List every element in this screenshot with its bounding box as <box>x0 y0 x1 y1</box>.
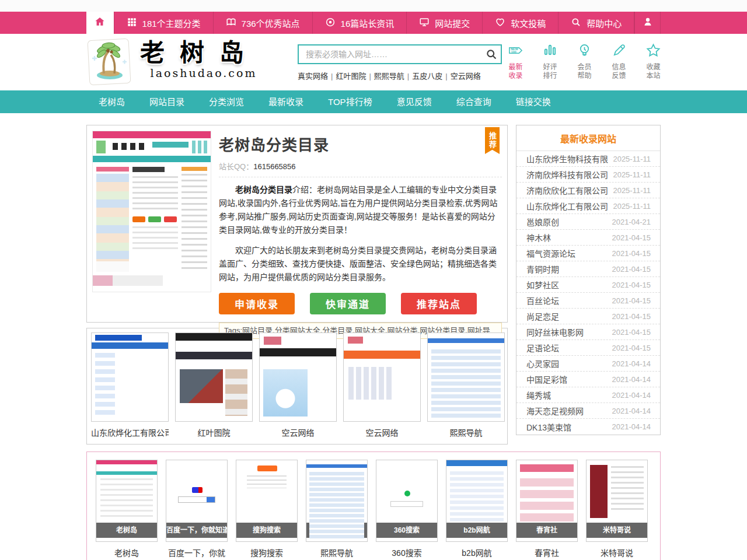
monitor-icon <box>419 17 430 29</box>
nav-item-browse[interactable]: 分类浏览 <box>197 90 256 113</box>
nav-item-query[interactable]: 综合查询 <box>444 90 504 113</box>
svg-text:100: 100 <box>511 50 516 54</box>
recommend-site-button[interactable]: 推荐站点 <box>401 293 477 314</box>
carousel-site[interactable]: 百度一下，你就知道 百度一下，你就 <box>166 460 228 560</box>
carousel-site[interactable]: 米特哥说 米特哥说 <box>586 460 648 560</box>
carousel-site[interactable]: 360搜索 360搜索 <box>376 460 438 560</box>
latest-site-row[interactable]: 尚足恋足2021-04-15 <box>516 309 660 324</box>
latest-site-row[interactable]: 同好丝袜电影网2021-04-15 <box>516 324 660 340</box>
separator: | <box>331 72 333 80</box>
site-name: 老树岛 <box>140 40 279 66</box>
featured-site[interactable]: 山东欣烨化工有限公司 <box>91 332 169 440</box>
decor <box>96 167 129 272</box>
site-logo-image[interactable] <box>86 38 132 85</box>
thumbnail-overlay-label: 熙熙导航 <box>306 523 367 538</box>
latest-site-row[interactable]: 山东欣烨生物科技有限2025-11-11 <box>516 151 660 167</box>
nav-item-directory[interactable]: 网站目录 <box>137 90 197 113</box>
search-input[interactable] <box>298 44 502 64</box>
fast-review-button[interactable]: 快审通道 <box>310 293 386 314</box>
nav-item-links[interactable]: 链接交换 <box>504 90 563 113</box>
pencil-icon <box>611 50 627 60</box>
topbar-item-submit[interactable]: 网站提交 <box>406 12 482 34</box>
topbar-user-button[interactable] <box>634 12 661 34</box>
latest-site-row[interactable]: 足语论坛2021-04-15 <box>516 340 660 356</box>
latest-site-row[interactable]: 如梦社区2021-04-15 <box>516 277 660 293</box>
topbar-item-categories[interactable]: 181个主题分类 <box>114 12 213 34</box>
topbar-item-label: 软文投稿 <box>511 17 546 29</box>
latest-site-row[interactable]: 邕娘原创2021-04-21 <box>516 214 660 230</box>
nav-item-latest[interactable]: 最新收录 <box>256 90 316 113</box>
sidebar-title: 最新收录网站 <box>516 125 660 151</box>
shortcut-ranking[interactable]: 好评排行 <box>536 43 564 90</box>
carousel-site[interactable]: 搜狗搜索 搜狗搜索 <box>236 460 298 560</box>
latest-site-row[interactable]: 中国足彩馆2021-04-14 <box>516 372 660 387</box>
site-thumbnail: 老树岛 <box>96 460 158 542</box>
quick-link[interactable]: 真实网络 <box>298 72 328 80</box>
topbar-item-article[interactable]: 软文投稿 <box>482 12 558 34</box>
featured-site[interactable]: 空云网络 <box>343 332 421 440</box>
featured-site-name: 空云网络 <box>343 426 421 438</box>
shortcut-feedback[interactable]: 信息反馈 <box>605 43 633 90</box>
latest-site-row[interactable]: 青铜时期2021-04-15 <box>516 261 660 277</box>
shortcut-latest[interactable]: NEW100 最新收录 <box>502 43 529 90</box>
apply-inclusion-button[interactable]: 申请收录 <box>219 293 295 314</box>
carousel-site[interactable]: 熙熙导航 熙熙导航 <box>306 460 368 560</box>
latest-site-row[interactable]: 神木林2021-04-15 <box>516 230 660 246</box>
thumbnail-overlay-label: 春宵社 <box>516 523 577 538</box>
quick-link[interactable]: 红叶图院 <box>336 72 366 80</box>
featured-site[interactable]: 红叶图院 <box>175 332 253 440</box>
carousel-site-name: 360搜索 <box>376 547 438 558</box>
latest-site-row[interactable]: 济南欣烨科技有限公司2025-11-11 <box>516 167 660 183</box>
site-thumbnail <box>175 332 253 422</box>
disc-icon <box>325 17 336 29</box>
quick-link[interactable]: 五皮八皮 <box>412 72 442 80</box>
shortcut-bookmark[interactable]: 收藏本站 <box>640 43 667 90</box>
nav-item-top[interactable]: TOP排行榜 <box>316 90 385 113</box>
quick-link[interactable]: 熙熙导航 <box>374 72 404 80</box>
nav-item-home[interactable]: 老树岛 <box>86 90 137 113</box>
decor <box>132 226 178 250</box>
top-strip <box>0 0 747 12</box>
latest-site-row[interactable]: 绳秀城2021-04-14 <box>516 387 660 403</box>
latest-site-row[interactable]: 济南欣欣化工有限公司2025-11-11 <box>516 183 660 198</box>
topbar-item-news[interactable]: 16篇站长资讯 <box>312 12 407 34</box>
site-thumbnail: 搜狗搜索 <box>236 460 298 542</box>
shortcut-label: 好评 <box>536 63 564 72</box>
featured-site[interactable]: 空云网络 <box>259 332 337 440</box>
topbar-item-sites[interactable]: 736个优秀站点 <box>213 12 312 34</box>
latest-site-row[interactable]: 山东欣烨化工有限公司2025-11-11 <box>516 198 660 214</box>
search-submit-icon[interactable] <box>486 48 497 60</box>
carousel-site-name: 米特哥说 <box>586 547 648 558</box>
site-logo-text[interactable]: 老树岛 laoshudao.com <box>140 34 279 90</box>
page-title: 老树岛分类目录 <box>219 133 502 155</box>
decor <box>132 167 178 272</box>
latest-site-row[interactable]: DK13美束馆2021-04-14 <box>516 419 660 435</box>
latest-site-row[interactable]: 百丝论坛2021-04-15 <box>516 293 660 309</box>
site-preview-thumbnail[interactable] <box>92 131 211 292</box>
latest-site-row[interactable]: 心灵家园2021-04-14 <box>516 356 660 372</box>
latest-site-row[interactable]: 海天恋足视频网2021-04-14 <box>516 403 660 419</box>
carousel-site[interactable]: 老树岛 老树岛 <box>96 460 158 560</box>
search-box <box>298 44 502 64</box>
topbar-item-help[interactable]: 帮助中心 <box>558 12 634 34</box>
shortcut-member-help[interactable]: 会员帮助 <box>571 43 598 90</box>
featured-site[interactable]: 熙熙导航 <box>427 332 505 440</box>
decor <box>132 167 165 172</box>
thumbnail-overlay-label: 米特哥说 <box>587 523 647 538</box>
nav-item-feedback[interactable]: 意见反馈 <box>385 90 444 113</box>
site-thumbnail: b2b网航 <box>446 460 508 542</box>
topbar-item-label: 181个主题分类 <box>142 17 201 29</box>
thumbnail-overlay-label: 老树岛 <box>96 523 157 538</box>
quick-link[interactable]: 空云网络 <box>451 72 481 80</box>
site-thumbnail <box>343 332 421 422</box>
latest-site-row[interactable]: 福气资源论坛2021-04-15 <box>516 246 660 261</box>
site-thumbnail: 熙熙导航 <box>306 460 368 542</box>
home-icon <box>94 16 106 30</box>
carousel-site[interactable]: 春宵社 春宵社 <box>516 460 578 560</box>
topbar-home-tab[interactable] <box>86 12 114 34</box>
thumbnail-overlay-label: 百度一下，你就知道 <box>166 523 227 538</box>
thumbnail-overlay-label: 搜狗搜索 <box>236 523 297 538</box>
separator: | <box>445 72 447 80</box>
featured-site-name: 空云网络 <box>259 426 337 438</box>
carousel-site[interactable]: b2b网航 b2b网航 <box>446 460 508 560</box>
